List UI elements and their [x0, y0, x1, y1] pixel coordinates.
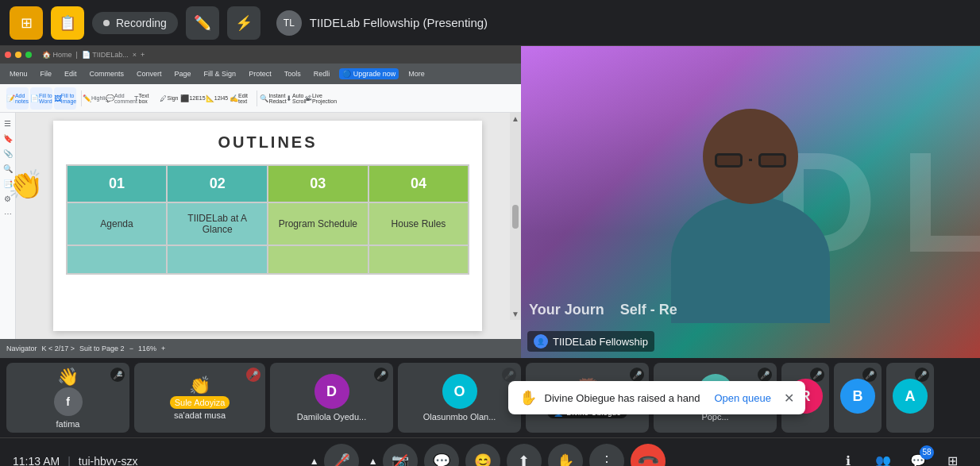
scroll-up-icon[interactable]: ▲	[511, 114, 519, 123]
pdf-bottom-bar: Navigator K < 2/17 > Suit to Page 2 − 11…	[0, 339, 521, 358]
instant-redact-icon[interactable]: 🔍Instant Redact	[262, 87, 284, 110]
participant-tile-damilola[interactable]: 🎤 D Damilola Oyedu...	[270, 363, 393, 433]
more-button[interactable]: ⋮	[589, 444, 624, 467]
captions-icon: 💬	[433, 453, 450, 467]
pdf-zoom-plus[interactable]: +	[161, 345, 165, 352]
present-icon: ⬆	[518, 453, 530, 467]
pdf-menu-more[interactable]: More	[405, 68, 428, 79]
end-call-button[interactable]: 📞	[631, 444, 666, 467]
pdf-menu-convert[interactable]: Convert	[133, 68, 165, 79]
live-projection-icon[interactable]: 📽Live Projection	[310, 87, 332, 110]
pdf-menu-edit[interactable]: Edit	[61, 68, 80, 79]
12e15-icon[interactable]: ⬛12E15	[182, 87, 204, 110]
side-panel-icon-7[interactable]: ⋯	[4, 210, 12, 218]
people-button[interactable]: 👥	[869, 447, 897, 467]
camera-button[interactable]: 📷	[383, 444, 418, 467]
toast-close-button[interactable]: ✕	[784, 391, 794, 406]
captions-button[interactable]: 💬	[424, 444, 459, 467]
browser-top-bar: 🏠 Home | 📄 TIIDELab... × +	[0, 46, 521, 64]
bottom-left: 11:13 AM | tui-hbvv-szx	[13, 455, 137, 467]
mic-button[interactable]: 🎤	[324, 444, 359, 467]
tagline-1: Your Journ	[529, 302, 604, 318]
app-icon-2-symbol: 📋	[59, 14, 76, 32]
grid-num-03: 03	[268, 165, 368, 202]
emoji-fatima: 👋	[57, 367, 79, 387]
activities-icon: ⊞	[947, 453, 958, 466]
recording-button[interactable]: Recording	[92, 12, 178, 34]
clapping-emoji-overlay: 👏	[8, 168, 44, 202]
emoji-button[interactable]: 😊	[465, 444, 500, 467]
pdf-menu-fillsign[interactable]: Fill & Sign	[201, 68, 240, 79]
mute-icon-extra2: 🎤	[862, 368, 877, 382]
info-button[interactable]: ℹ	[834, 447, 862, 467]
pdf-menu-tools[interactable]: Tools	[281, 68, 304, 79]
pdf-zoom-minus[interactable]: −	[129, 345, 133, 352]
side-panel-icon-3[interactable]: 📎	[3, 149, 13, 158]
add-comment-icon[interactable]: 💬Add comment	[110, 87, 133, 110]
raise-hand-button[interactable]: ✋	[548, 444, 583, 467]
chat-button[interactable]: 💬 58	[904, 447, 932, 467]
12i45-icon[interactable]: 📐12I45	[206, 87, 228, 110]
mute-icon-popc: 🎤	[758, 368, 772, 382]
glasses-right	[758, 153, 786, 168]
add-notes-icon[interactable]: 📝Add notes	[6, 87, 29, 110]
participant-tile-extra3[interactable]: 🎤 A	[886, 363, 934, 433]
app-icon-1[interactable]: ⊞	[10, 6, 43, 40]
pdf-menu-comments[interactable]: Comments	[87, 68, 128, 79]
side-panel-icon-2[interactable]: 🔖	[3, 134, 13, 143]
textbox-icon[interactable]: TText box	[134, 87, 156, 110]
avatar-extra3: A	[893, 379, 928, 414]
emoji-icon: 😊	[474, 453, 492, 467]
open-queue-link[interactable]: Open queue	[714, 392, 771, 404]
participant-tile-olasunmbo[interactable]: 🎤 O Olasunmbo Olan...	[398, 363, 521, 433]
scroll-thumb[interactable]	[512, 205, 519, 229]
participant-tile-extra2[interactable]: 🎤 B	[834, 363, 882, 433]
edit-text-icon[interactable]: ✍️Edit text	[230, 87, 252, 110]
avatar-fatima: f	[54, 387, 83, 416]
emoji-sadat: 👏	[189, 375, 210, 396]
sign-icon[interactable]: 🖊Sign	[158, 87, 180, 110]
video-name: TIIDELab Fellowship	[553, 336, 648, 348]
avatar-initials: TL	[284, 17, 295, 29]
mute-icon-fatima: 🎤̶	[110, 368, 125, 382]
present-button[interactable]: ⬆	[507, 444, 542, 467]
person-head	[703, 109, 798, 204]
grid-empty-2	[167, 245, 268, 274]
outlines-grid: 01 02 03 04 Agenda TIIDELab at A Glance …	[66, 164, 470, 275]
pdf-menu-upgrade[interactable]: 🔵 Upgrade now	[339, 68, 399, 79]
bottom-center-controls: ▲ 🎤 ▲ 📷 💬 😊 ⬆ ✋	[307, 444, 666, 467]
top-bar: ⊞ 📋 Recording ✏️ ⚡ TL TIIDELab Fellowshi…	[0, 0, 980, 46]
pdf-menu-protect[interactable]: Protect	[245, 68, 275, 79]
pdf-menu-file[interactable]: File	[37, 68, 56, 79]
pdf-menu-redli[interactable]: Redli	[311, 68, 334, 79]
pdf-menu-menu[interactable]: Menu	[6, 68, 31, 79]
fill-to-word-icon[interactable]: 📄Fill to Word	[30, 87, 52, 110]
app-icon-2[interactable]: 📋	[51, 6, 84, 40]
grid-label-tiidelab: TIIDELab at A Glance	[167, 202, 268, 245]
pdf-to-image-icon[interactable]: 🖼Fill to Image	[54, 87, 76, 110]
edit-icon: ✏️	[194, 14, 211, 32]
glasses-bridge	[749, 159, 752, 161]
cam-arrow-up[interactable]: ▲	[365, 444, 381, 467]
side-panel-icon-1[interactable]: ☰	[4, 119, 11, 128]
participant-tile-fatima[interactable]: 🎤̶ 👋 f fatima	[6, 363, 129, 433]
pdf-menu-page[interactable]: Page	[172, 68, 195, 79]
recording-indicator	[103, 20, 110, 26]
scroll-down-icon[interactable]: ▼	[511, 310, 519, 318]
mic-arrow-up[interactable]: ▲	[307, 444, 322, 467]
activities-button[interactable]: ⊞	[939, 447, 967, 467]
raised-hand-message: Divine Obiegue has raised a hand	[545, 392, 700, 404]
minimize-dot	[15, 52, 21, 58]
bg-tagline: Your Journ Self - Re	[529, 302, 980, 318]
meeting-title-container: TL TIIDELab Fellowship (Presenting)	[276, 10, 488, 36]
grid-num-04: 04	[368, 165, 469, 202]
pdf-menu-toolbar: Menu File Edit Comments Convert Page Fil…	[0, 64, 521, 84]
edit-button[interactable]: ✏️	[186, 6, 219, 40]
main-content: 🏠 Home | 📄 TIIDELab... × + Menu File Edi…	[0, 46, 980, 358]
scroll-bar[interactable]: ▲ ▼	[510, 113, 521, 320]
magic-button[interactable]: ⚡	[227, 6, 260, 40]
cam-mute-line	[393, 453, 407, 466]
participant-tile-sadat[interactable]: 🎤 👏 Sule Adoyiza sa'adat musa	[134, 363, 265, 433]
person-silhouette	[613, 109, 889, 358]
pdf-menu-items: Menu File Edit Comments Convert Page Fil…	[6, 68, 428, 79]
